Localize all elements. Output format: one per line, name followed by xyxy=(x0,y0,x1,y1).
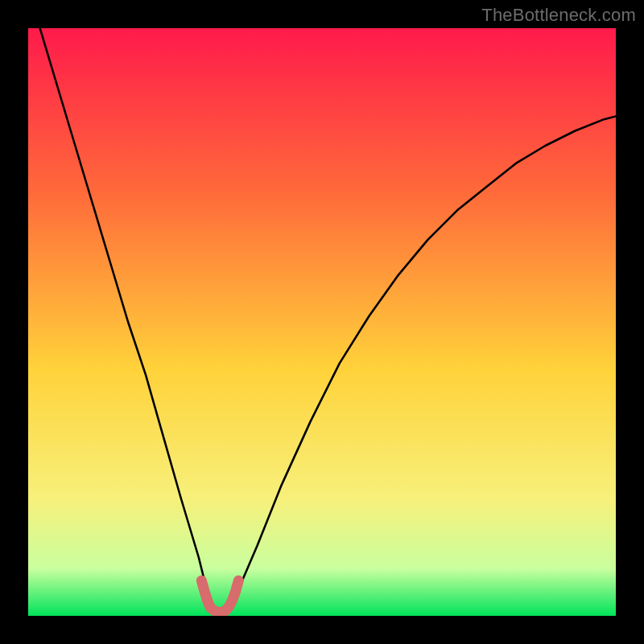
watermark-label: TheBottleneck.com xyxy=(481,5,636,26)
bottleneck-chart xyxy=(28,28,616,616)
gradient-background xyxy=(28,28,616,616)
chart-frame xyxy=(28,28,616,616)
